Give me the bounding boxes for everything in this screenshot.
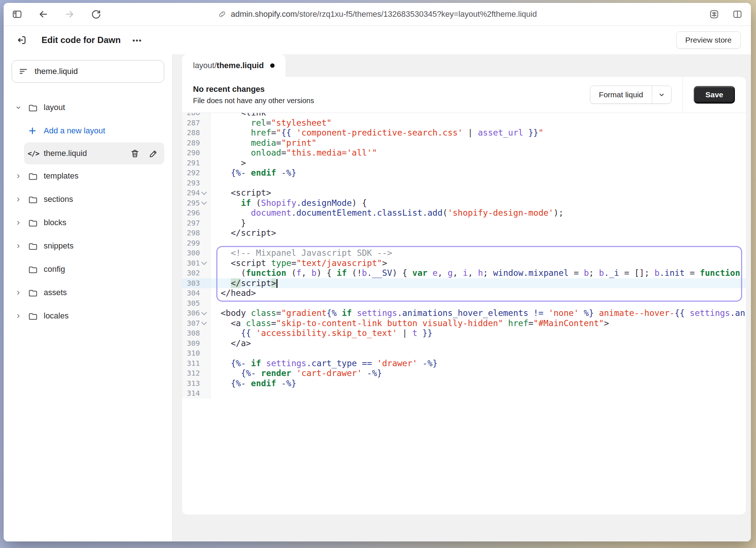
code-line-text[interactable]: (function (f, b) { if (!b.__SV) { var e,… [210,268,746,278]
code-line-302[interactable]: 302 (function (f, b) { if (!b.__SV) { va… [182,268,746,278]
sidebar-item-blocks[interactable]: blocks [12,211,164,234]
code-line-288[interactable]: 288 href="{{ 'component-predictive-searc… [182,128,746,138]
sidebar-item-snippets[interactable]: snippets [12,234,164,258]
sidebar-toggle-icon[interactable] [12,9,23,20]
code-line-286[interactable]: 286 <link [182,113,746,118]
page-settings-icon[interactable] [709,9,720,20]
code-line-text[interactable]: </a> [210,338,746,349]
chevron-right-icon[interactable] [15,220,28,226]
fold-toggle-icon[interactable] [200,312,208,314]
code-line-text[interactable]: </script> [210,228,746,238]
file-search-input[interactable] [34,66,157,77]
chevron-right-icon[interactable] [15,196,28,203]
chevron-right-icon[interactable] [15,290,28,296]
code-line-313[interactable]: 313 {%- endif -%} [182,379,746,389]
code-line-text[interactable]: <script type="text/javascript"> [210,258,746,269]
fold-toggle-icon[interactable] [200,322,208,324]
sidebar-item-sections[interactable]: sections [12,188,164,211]
code-line-303[interactable]: 303 </script> [182,278,746,289]
code-line-306[interactable]: 306<body class="gradient{% if settings.a… [182,308,746,318]
preview-store-button[interactable]: Preview store [676,31,741,49]
code-line-308[interactable]: 308 {{ 'accessibility.skip_to_text' | t … [182,328,746,338]
code-line-295[interactable]: 295 if (Shopify.designMode) { [182,198,746,208]
code-line-text[interactable]: <body class="gradient{% if settings.anim… [210,308,746,318]
chevron-down-icon[interactable] [15,105,28,111]
code-line-text[interactable] [210,178,746,188]
forward-button-icon[interactable] [64,9,75,20]
sidebar-item-theme-liquid[interactable]: </>theme.liquid [24,142,164,164]
fold-toggle-icon[interactable] [200,202,208,204]
exit-code-editor-button[interactable] [14,32,30,48]
sidebar-item-assets[interactable]: assets [12,281,164,304]
code-line-text[interactable] [210,348,746,359]
code-line-287[interactable]: 287 rel="stylesheet" [182,118,746,128]
code-line-290[interactable]: 290 onload="this.media='all'" [182,148,746,158]
code-line-text[interactable]: {%- if settings.cart_type == 'drawer' -%… [210,359,746,369]
pencil-icon[interactable] [149,149,158,158]
file-search-box[interactable] [12,60,164,83]
code-line-311[interactable]: 311 {%- if settings.cart_type == 'drawer… [182,359,746,369]
trash-icon[interactable] [130,149,140,158]
code-line-text[interactable] [210,388,746,399]
chevron-right-icon[interactable] [15,243,28,249]
chevron-right-icon[interactable] [15,313,28,319]
code-line-307[interactable]: 307 <a class="skip-to-content-link butto… [182,318,746,329]
code-line-299[interactable]: 299 [182,238,746,248]
code-line-297[interactable]: 297 } [182,218,746,228]
code-line-text[interactable]: rel="stylesheet" [210,118,746,128]
sidebar-item-layout[interactable]: layout [12,96,164,119]
code-line-text[interactable]: {%- render 'cart-drawer' -%} [210,368,746,379]
save-button[interactable]: Save [694,86,735,103]
fold-toggle-icon[interactable] [200,262,208,264]
fold-toggle-icon[interactable] [200,192,208,194]
sidebar-item-add-a-new-layout[interactable]: Add a new layout [24,119,164,142]
more-actions-button[interactable] [131,35,142,46]
code-line-312[interactable]: 312 {%- render 'cart-drawer' -%} [182,368,746,379]
sidebar-item-locales[interactable]: locales [12,304,164,328]
code-line-289[interactable]: 289 media="print" [182,138,746,148]
code-line-text[interactable]: {%- endif -%} [210,168,746,178]
code-line-text[interactable]: <script> [210,188,746,198]
code-editor[interactable]: 286 <link287 rel="stylesheet"288 href="{… [182,113,746,514]
address-bar[interactable]: admin.shopify.com/store/rzq1xu-f5/themes… [4,3,751,26]
code-line-text[interactable]: {%- endif -%} [210,379,746,389]
code-line-293[interactable]: 293 [182,178,746,188]
reload-button-icon[interactable] [90,9,101,20]
code-line-314[interactable]: 314 [182,388,746,399]
code-line-298[interactable]: 298 </script> [182,228,746,238]
code-line-text[interactable]: </head> [210,288,746,298]
split-view-icon[interactable] [732,9,743,20]
code-line-291[interactable]: 291 > [182,158,746,168]
format-liquid-button[interactable]: Format liquid [590,86,652,103]
code-line-text[interactable]: if (Shopify.designMode) { [210,198,746,208]
tab-theme-liquid[interactable]: layout/theme.liquid [182,54,286,77]
sidebar-item-templates[interactable]: templates [12,164,164,188]
format-liquid-caret-button[interactable] [652,86,671,103]
chevron-right-icon[interactable] [15,173,28,179]
code-line-301[interactable]: 301 <script type="text/javascript"> [182,258,746,269]
code-line-text[interactable]: } [210,218,746,228]
code-line-text[interactable]: media="print" [210,138,746,148]
gutter-line-number: 299 [182,238,210,248]
code-line-text[interactable] [210,298,746,309]
code-line-text[interactable]: {{ 'accessibility.skip_to_text' | t }} [210,328,746,338]
code-line-text[interactable]: </script> [210,278,746,289]
code-line-294[interactable]: 294 <script> [182,188,746,198]
code-line-text[interactable]: <link [210,113,746,118]
code-line-304[interactable]: 304</head> [182,288,746,298]
code-line-text[interactable]: <a class="skip-to-content-link button vi… [210,318,746,329]
code-line-309[interactable]: 309 </a> [182,338,746,349]
code-line-292[interactable]: 292 {%- endif -%} [182,168,746,178]
code-line-text[interactable] [210,238,746,248]
code-line-296[interactable]: 296 document.documentElement.classList.a… [182,208,746,218]
code-line-300[interactable]: 300 <!-- Mixpanel Javascript SDK --> [182,248,746,258]
code-line-text[interactable]: onload="this.media='all'" [210,148,746,158]
sidebar-item-config[interactable]: config [12,258,164,281]
code-line-text[interactable]: > [210,158,746,168]
code-line-text[interactable]: document.documentElement.classList.add('… [210,208,746,218]
back-button-icon[interactable] [38,9,49,20]
code-line-text[interactable]: href="{{ 'component-predictive-search.cs… [210,128,746,138]
code-line-305[interactable]: 305 [182,298,746,309]
code-line-310[interactable]: 310 [182,348,746,359]
code-line-text[interactable]: <!-- Mixpanel Javascript SDK --> [210,248,746,258]
